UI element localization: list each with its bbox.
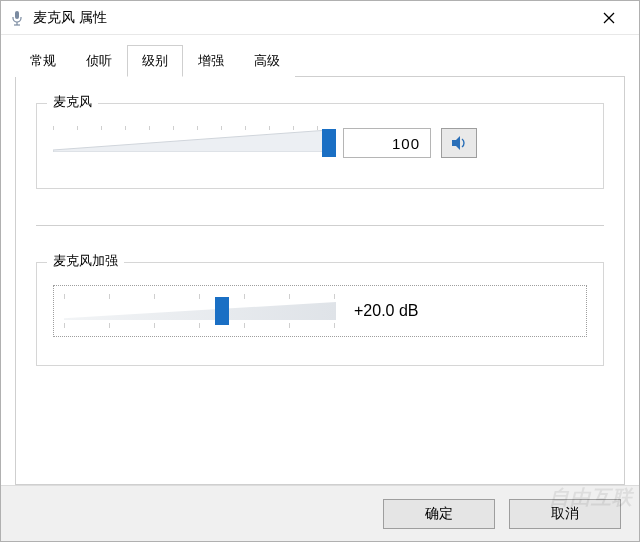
- titlebar: 麦克风 属性: [1, 1, 639, 35]
- dialog-footer: 确定 取消: [1, 485, 639, 541]
- mic-boost-value: +20.0 dB: [354, 302, 419, 320]
- microphone-icon: [9, 10, 25, 26]
- mic-boost-thumb[interactable]: [215, 297, 229, 325]
- tab-enhance[interactable]: 增强: [183, 45, 239, 77]
- balance-button[interactable]: [441, 128, 477, 158]
- group-mic-level: 麦克风 100: [36, 103, 604, 189]
- cancel-button[interactable]: 取消: [509, 499, 621, 529]
- svg-rect-0: [15, 11, 19, 19]
- mic-boost-row: +20.0 dB: [53, 285, 587, 337]
- group-mic-level-legend: 麦克风: [47, 93, 98, 111]
- group-mic-boost: 麦克风加强 +20.0 dB: [36, 262, 604, 366]
- svg-marker-7: [452, 136, 460, 150]
- mic-level-value[interactable]: 100: [343, 128, 431, 158]
- tab-panel-levels: 麦克风 100: [15, 76, 625, 485]
- group-mic-boost-legend: 麦克风加强: [47, 252, 124, 270]
- tab-levels[interactable]: 级别: [127, 45, 183, 77]
- close-button[interactable]: [587, 4, 631, 32]
- ok-button[interactable]: 确定: [383, 499, 495, 529]
- tab-advanced[interactable]: 高级: [239, 45, 295, 77]
- mic-level-thumb[interactable]: [322, 129, 336, 157]
- speaker-icon: [450, 134, 468, 152]
- mic-level-row: 100: [53, 126, 587, 160]
- tab-strip: 常规 侦听 级别 增强 高级: [15, 45, 625, 77]
- mic-boost-slider[interactable]: [64, 294, 336, 328]
- tab-listen[interactable]: 侦听: [71, 45, 127, 77]
- window-title: 麦克风 属性: [33, 9, 587, 27]
- dialog-window: 麦克风 属性 常规 侦听 级别 增强 高级 麦克风: [0, 0, 640, 542]
- tab-general[interactable]: 常规: [15, 45, 71, 77]
- mic-level-slider[interactable]: [53, 126, 329, 160]
- dialog-body: 常规 侦听 级别 增强 高级 麦克风: [1, 35, 639, 485]
- section-divider: [36, 225, 604, 226]
